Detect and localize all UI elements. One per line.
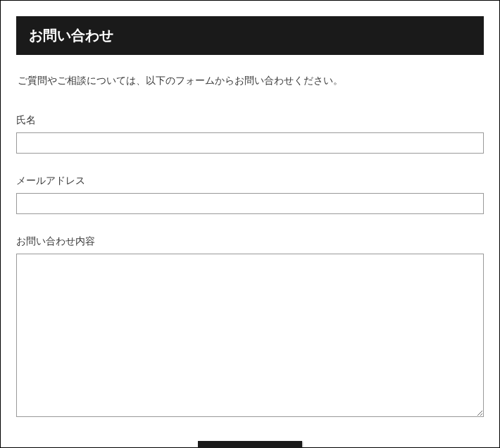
message-textarea[interactable] <box>16 254 484 417</box>
form-description: ご質問やご相談については、以下のフォームからお問い合わせください。 <box>16 75 484 87</box>
form-body: 氏名 メールアドレス お問い合わせ内容 送信 <box>16 114 484 448</box>
email-label: メールアドレス <box>16 175 484 187</box>
submit-wrapper: 送信 <box>16 441 484 448</box>
form-header: お問い合わせ <box>16 16 484 55</box>
form-title: お問い合わせ <box>29 27 113 43</box>
message-label: お問い合わせ内容 <box>16 235 484 248</box>
email-field-group: メールアドレス <box>16 175 484 214</box>
message-field-group: お問い合わせ内容 <box>16 235 484 420</box>
name-label: 氏名 <box>16 114 484 127</box>
email-input[interactable] <box>16 193 484 214</box>
name-input[interactable] <box>16 132 484 154</box>
name-field-group: 氏名 <box>16 114 484 154</box>
contact-form-container: お問い合わせ ご質問やご相談については、以下のフォームからお問い合わせください。… <box>0 0 500 448</box>
submit-button[interactable]: 送信 <box>198 441 302 448</box>
